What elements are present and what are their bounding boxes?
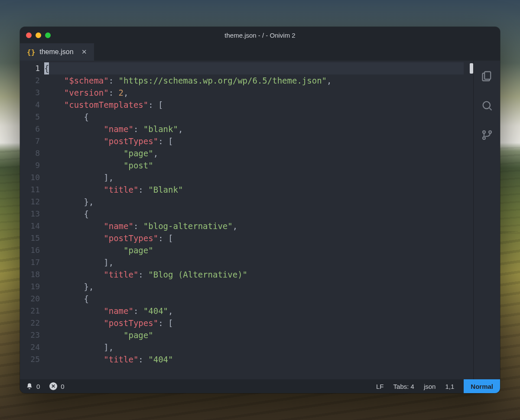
braces-icon: {} bbox=[27, 48, 35, 56]
error-icon: ✕ bbox=[49, 382, 57, 390]
code-line[interactable]: "postTypes": [ bbox=[44, 135, 464, 147]
code-line[interactable]: "title": "Blank" bbox=[44, 184, 464, 196]
line-number: 3 bbox=[20, 87, 40, 99]
traffic-lights bbox=[26, 32, 51, 38]
vim-mode-indicator: Normal bbox=[464, 379, 500, 393]
close-tab-icon[interactable]: ✕ bbox=[81, 48, 87, 56]
line-number: 22 bbox=[20, 317, 40, 329]
line-number: 7 bbox=[20, 135, 40, 147]
cursor-position[interactable]: 1,1 bbox=[445, 383, 454, 390]
window-title: theme.json - / - Onivim 2 bbox=[20, 32, 500, 39]
code-line[interactable]: }, bbox=[44, 281, 464, 293]
tab-theme-json[interactable]: {} theme.json ✕ bbox=[20, 43, 94, 61]
code-line[interactable]: "postTypes": [ bbox=[44, 317, 464, 329]
line-number: 13 bbox=[20, 208, 40, 220]
line-number: 14 bbox=[20, 220, 40, 232]
code-line[interactable]: "title": "Blog (Alternative)" bbox=[44, 268, 464, 281]
minimap-thumb[interactable] bbox=[470, 63, 473, 74]
tab-label: theme.json bbox=[39, 48, 73, 56]
files-icon[interactable] bbox=[481, 70, 493, 84]
code-line[interactable]: "page", bbox=[44, 147, 464, 159]
code-line[interactable]: "page" bbox=[44, 244, 464, 256]
search-icon[interactable] bbox=[481, 100, 493, 113]
code-line[interactable]: "post" bbox=[44, 159, 464, 171]
line-number: 11 bbox=[20, 184, 40, 196]
close-icon[interactable] bbox=[26, 32, 32, 38]
code-line[interactable]: "name": "blog-alternative", bbox=[44, 220, 464, 232]
code-line[interactable]: { bbox=[44, 293, 464, 305]
eol-indicator[interactable]: LF bbox=[376, 383, 384, 390]
code-line[interactable]: }, bbox=[44, 196, 464, 208]
svg-point-4 bbox=[489, 131, 491, 133]
line-number: 9 bbox=[20, 159, 40, 171]
code-line[interactable]: ], bbox=[44, 171, 464, 184]
line-number: 6 bbox=[20, 123, 40, 135]
line-number: 23 bbox=[20, 329, 40, 341]
code-line[interactable]: { bbox=[44, 62, 464, 74]
editor-area[interactable]: 1234567891011121314151617181920212223242… bbox=[20, 61, 473, 379]
status-bar: 0 ✕ 0 LF Tabs: 4 json 1,1 Normal bbox=[20, 379, 500, 393]
errors-indicator[interactable]: ✕ 0 bbox=[49, 382, 64, 390]
notifications-indicator[interactable]: 0 bbox=[26, 383, 40, 390]
line-number: 21 bbox=[20, 305, 40, 317]
code-line[interactable]: ], bbox=[44, 341, 464, 353]
svg-point-2 bbox=[483, 131, 485, 133]
maximize-icon[interactable] bbox=[45, 32, 51, 38]
line-number: 4 bbox=[20, 99, 40, 111]
minimap[interactable] bbox=[464, 61, 473, 379]
editor-window: theme.json - / - Onivim 2 {} theme.json … bbox=[20, 27, 500, 393]
line-number: 19 bbox=[20, 281, 40, 293]
code-line[interactable]: "page" bbox=[44, 329, 464, 341]
line-number: 20 bbox=[20, 293, 40, 305]
svg-rect-8 bbox=[488, 165, 491, 169]
error-count: 0 bbox=[61, 383, 64, 390]
svg-rect-6 bbox=[488, 160, 491, 164]
line-number: 24 bbox=[20, 341, 40, 353]
code-line[interactable]: ], bbox=[44, 256, 464, 268]
bell-icon bbox=[26, 383, 33, 390]
svg-rect-5 bbox=[482, 160, 486, 164]
code-line[interactable]: "postTypes": [ bbox=[44, 232, 464, 244]
svg-point-1 bbox=[483, 102, 490, 109]
code-line[interactable]: { bbox=[44, 111, 464, 123]
activity-bar bbox=[473, 61, 500, 379]
code-line[interactable]: "$schema": "https://schemas.wp.org/wp/6.… bbox=[44, 74, 464, 87]
svg-point-3 bbox=[483, 137, 485, 139]
language-indicator[interactable]: json bbox=[424, 383, 436, 390]
minimize-icon[interactable] bbox=[36, 32, 41, 38]
code-line[interactable]: "title": "404" bbox=[44, 353, 464, 365]
line-number: 5 bbox=[20, 111, 40, 123]
code-line[interactable]: "version": 2, bbox=[44, 87, 464, 99]
line-number: 15 bbox=[20, 232, 40, 244]
line-number: 16 bbox=[20, 244, 40, 256]
apps-icon[interactable] bbox=[481, 158, 493, 172]
cursor: { bbox=[44, 62, 49, 74]
line-number: 25 bbox=[20, 353, 40, 365]
code-editor[interactable]: { "$schema": "https://schemas.wp.org/wp/… bbox=[44, 61, 464, 379]
code-line[interactable]: { bbox=[44, 208, 464, 220]
line-number: 8 bbox=[20, 147, 40, 159]
svg-rect-7 bbox=[482, 165, 486, 169]
tabs-indicator[interactable]: Tabs: 4 bbox=[393, 383, 414, 390]
titlebar: theme.json - / - Onivim 2 bbox=[20, 27, 500, 43]
code-line[interactable]: "name": "blank", bbox=[44, 123, 464, 135]
line-number: 1 bbox=[20, 62, 40, 74]
code-line[interactable]: "customTemplates": [ bbox=[44, 99, 464, 111]
bell-count: 0 bbox=[36, 383, 40, 390]
line-number: 18 bbox=[20, 268, 40, 281]
line-number: 12 bbox=[20, 196, 40, 208]
line-number: 2 bbox=[20, 74, 40, 87]
code-line[interactable]: "name": "404", bbox=[44, 305, 464, 317]
line-number: 17 bbox=[20, 256, 40, 268]
line-number-gutter: 1234567891011121314151617181920212223242… bbox=[20, 61, 44, 379]
svg-rect-0 bbox=[484, 72, 491, 80]
git-branch-icon[interactable] bbox=[481, 129, 493, 143]
tab-bar: {} theme.json ✕ bbox=[20, 43, 500, 61]
line-number: 10 bbox=[20, 171, 40, 184]
